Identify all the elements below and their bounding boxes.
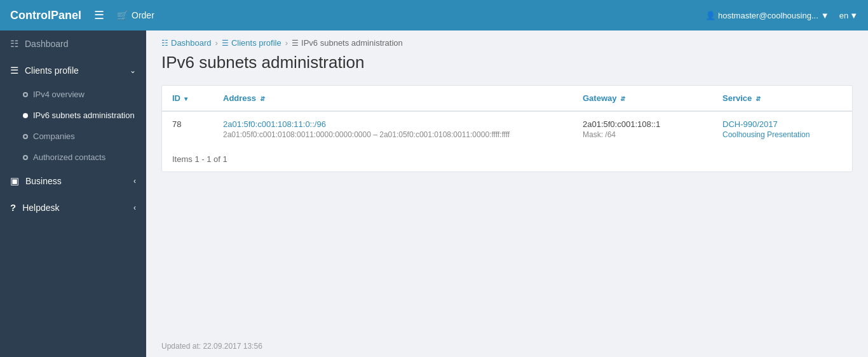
- breadcrumb-clients-link[interactable]: ☰ Clients profile: [222, 38, 281, 48]
- sidebar-ipv4-label: IPv4 overview: [33, 90, 85, 99]
- main-content: ☷ Dashboard › ☰ Clients profile › ☰ IPv6…: [146, 30, 868, 357]
- lang-switcher[interactable]: en ▼: [839, 11, 858, 20]
- sidebar-item-helpdesk[interactable]: ? Helpdesk ‹: [0, 194, 146, 220]
- table-card: ID ▾ Address ⇵ Gateway ⇵: [161, 85, 853, 172]
- breadcrumb-dashboard-icon: ☷: [161, 39, 168, 48]
- user-menu[interactable]: 👤 hostmaster@coolhousing... ▼: [705, 11, 829, 20]
- breadcrumb-clients-icon: ☰: [222, 39, 229, 48]
- topnav: ControlPanel ☰ 🛒 Order 👤 hostmaster@cool…: [0, 0, 868, 30]
- page-title: IPv6 subnets administration: [161, 53, 853, 72]
- service-main-link[interactable]: DCH-990/2017: [722, 119, 842, 129]
- updated-label: Updated at: 22.09.2017 13:56: [161, 342, 262, 351]
- dot-icon-authorized: [23, 155, 28, 160]
- cell-service: DCH-990/2017 Coolhousing Presentation: [712, 111, 852, 147]
- sidebar-item-ipv4-overview[interactable]: IPv4 overview: [0, 84, 146, 105]
- cell-address: 2a01:5f0:c001:108:11:0::/96 2a01:05f0:c0…: [213, 111, 573, 147]
- table-row: 78 2a01:5f0:c001:108:11:0::/96 2a01:05f0…: [162, 111, 852, 147]
- brand-title: ControlPanel: [10, 9, 81, 22]
- sidebar-dashboard-label: Dashboard: [25, 39, 69, 49]
- topnav-left: ControlPanel ☰ 🛒 Order: [10, 8, 154, 22]
- sidebar-item-business[interactable]: ▣ Business ‹: [0, 168, 146, 194]
- breadcrumb-ipv6-icon: ☰: [292, 39, 299, 48]
- sort-id-icon[interactable]: ▾: [184, 95, 187, 102]
- col-id-label: ID: [172, 93, 180, 103]
- breadcrumb: ☷ Dashboard › ☰ Clients profile › ☰ IPv6…: [146, 30, 868, 53]
- breadcrumb-sep-1: ›: [215, 38, 218, 48]
- col-service-label: Service: [722, 93, 752, 103]
- table-header: ID ▾ Address ⇵ Gateway ⇵: [162, 86, 852, 111]
- user-label: hostmaster@coolhousing...: [718, 11, 818, 20]
- col-address-label: Address: [223, 93, 256, 103]
- cell-gateway: 2a01:5f0:c001:108::1 Mask: /64: [573, 111, 712, 147]
- user-icon: 👤: [705, 11, 715, 20]
- sidebar-clients-label: Clients profile: [25, 65, 79, 76]
- sort-gateway-icon[interactable]: ⇵: [620, 95, 625, 102]
- clients-icon: ☰: [10, 65, 18, 76]
- business-chevron-icon: ‹: [133, 177, 136, 185]
- gateway-mask: Mask: /64: [583, 130, 702, 139]
- col-header-service[interactable]: Service ⇵: [712, 86, 852, 111]
- business-icon: ▣: [10, 175, 19, 187]
- table-wrap: ID ▾ Address ⇵ Gateway ⇵: [162, 86, 852, 147]
- sidebar-item-ipv6-subnets[interactable]: IPv6 subnets administration: [0, 105, 146, 126]
- order-button[interactable]: 🛒 Order: [117, 10, 154, 20]
- sidebar-authorized-label: Authorized contacts: [33, 152, 105, 162]
- table-body: 78 2a01:5f0:c001:108:11:0::/96 2a01:05f0…: [162, 111, 852, 147]
- helpdesk-chevron-icon: ‹: [133, 203, 136, 212]
- sidebar-item-companies[interactable]: Companies: [0, 126, 146, 147]
- breadcrumb-ipv6-label: IPv6 subnets administration: [301, 38, 403, 48]
- menu-icon[interactable]: ☰: [94, 8, 104, 22]
- lang-label: en: [839, 11, 848, 20]
- sidebar-business-label: Business: [25, 176, 62, 186]
- sidebar-ipv6-label: IPv6 subnets administration: [33, 111, 135, 120]
- col-header-address[interactable]: Address ⇵: [213, 86, 573, 111]
- cell-id: 78: [162, 111, 213, 147]
- clients-chevron-icon: ⌄: [130, 66, 136, 75]
- pagination-info: Items 1 - 1 of 1: [162, 147, 852, 172]
- sort-service-icon[interactable]: ⇵: [756, 95, 761, 102]
- dashboard-icon: ☷: [10, 38, 18, 50]
- sidebar: ☷ Dashboard ☰ Clients profile ⌄ IPv4 ove…: [0, 30, 146, 357]
- addr-range: 2a01:05f0:c001:0108:0011:0000:0000:0000 …: [223, 130, 562, 139]
- user-chevron-icon: ▼: [821, 11, 829, 20]
- sidebar-item-dashboard[interactable]: ☷ Dashboard: [0, 30, 146, 57]
- dot-icon-ipv4: [23, 92, 28, 97]
- breadcrumb-dashboard-link[interactable]: ☷ Dashboard: [161, 38, 212, 48]
- sidebar-helpdesk-label: Helpdesk: [22, 203, 59, 213]
- order-label: Order: [132, 10, 154, 20]
- helpdesk-icon: ?: [10, 202, 16, 213]
- dot-icon-ipv6: [23, 113, 28, 118]
- breadcrumb-clients-label: Clients profile: [231, 38, 281, 48]
- content-area: IPv6 subnets administration ID ▾: [146, 53, 868, 335]
- sidebar-item-authorized-contacts[interactable]: Authorized contacts: [0, 147, 146, 168]
- footer: Updated at: 22.09.2017 13:56: [146, 335, 868, 357]
- breadcrumb-sep-2: ›: [285, 38, 288, 48]
- order-icon: 🛒: [117, 10, 128, 20]
- gateway-main: 2a01:5f0:c001:108::1: [583, 119, 702, 129]
- addr-main[interactable]: 2a01:5f0:c001:108:11:0::/96: [223, 119, 562, 129]
- subnets-table: ID ▾ Address ⇵ Gateway ⇵: [162, 86, 852, 147]
- dot-icon-companies: [23, 134, 28, 139]
- col-gateway-label: Gateway: [583, 93, 616, 103]
- breadcrumb-dashboard-label: Dashboard: [171, 38, 212, 48]
- col-header-id[interactable]: ID ▾: [162, 86, 213, 111]
- col-header-gateway[interactable]: Gateway ⇵: [573, 86, 712, 111]
- sidebar-item-clients-profile[interactable]: ☰ Clients profile ⌄: [0, 57, 146, 84]
- sort-address-icon[interactable]: ⇵: [260, 95, 265, 102]
- layout: ☷ Dashboard ☰ Clients profile ⌄ IPv4 ove…: [0, 30, 868, 357]
- lang-chevron-icon: ▼: [850, 11, 858, 20]
- topnav-right: 👤 hostmaster@coolhousing... ▼ en ▼: [705, 11, 858, 20]
- breadcrumb-current: ☰ IPv6 subnets administration: [292, 38, 403, 48]
- service-sub[interactable]: Coolhousing Presentation: [722, 130, 842, 139]
- sidebar-companies-label: Companies: [33, 131, 75, 141]
